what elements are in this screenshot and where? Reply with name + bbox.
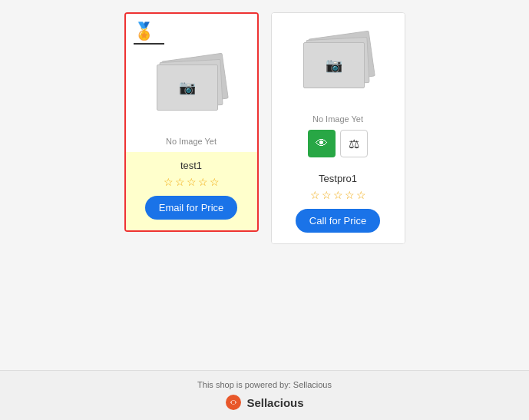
star-2: ☆ <box>322 189 332 201</box>
sellacious-logo-icon <box>225 394 242 411</box>
product-image-1: 📷 <box>141 51 241 127</box>
action-icons: 👁 ⚖ <box>308 130 368 157</box>
star-5: ☆ <box>210 176 220 188</box>
compare-button[interactable]: ⚖ <box>340 130 368 157</box>
photo-layer-3: 📷 <box>157 64 218 111</box>
star-5: ☆ <box>356 189 366 201</box>
card-top-1: 🏅 📷 No Image Yet <box>126 14 257 152</box>
product-name-2: Testpro1 <box>319 173 357 184</box>
star-3: ☆ <box>187 176 197 188</box>
photo-stack: 📷 <box>149 57 233 122</box>
no-image-label-2: No Image Yet <box>312 114 363 124</box>
star-3: ☆ <box>333 189 343 201</box>
badge-icon: 🏅 <box>134 21 154 41</box>
call-for-price-button[interactable]: Call for Price <box>296 209 380 233</box>
photo-layer-2-3: 📷 <box>303 42 365 88</box>
card-bottom-1: test1 ☆ ☆ ☆ ☆ ☆ Email for Price <box>126 152 257 230</box>
card-divider <box>134 43 164 45</box>
camera-icon: 📷 <box>179 79 196 96</box>
star-1: ☆ <box>164 176 174 188</box>
star-rating-2: ☆ ☆ ☆ ☆ ☆ <box>310 189 366 201</box>
product-image-2: 📷 <box>288 28 388 105</box>
product-name-1: test1 <box>180 160 202 171</box>
star-4: ☆ <box>198 176 208 188</box>
email-for-price-button[interactable]: Email for Price <box>145 196 238 220</box>
photo-stack-2: 📷 <box>296 35 380 100</box>
card-bottom-2: Testpro1 ☆ ☆ ☆ ☆ ☆ Call for Price <box>272 165 405 243</box>
product-card-2: 📷 No Image Yet 👁 ⚖ Testpro1 ☆ ☆ ☆ ☆ <box>271 12 405 244</box>
view-button[interactable]: 👁 <box>308 130 336 157</box>
product-card-1: 🏅 📷 No Image Yet test1 ☆ ☆ ☆ ☆ ☆ <box>124 12 259 232</box>
footer: This shop is powered by: Sellacious Sell… <box>0 370 529 420</box>
star-1: ☆ <box>310 189 320 201</box>
compare-icon: ⚖ <box>349 137 359 151</box>
star-4: ☆ <box>345 189 355 201</box>
product-grid: 🏅 📷 No Image Yet test1 ☆ ☆ ☆ ☆ ☆ <box>0 0 529 370</box>
sellacious-logo-text: Sellacious <box>246 396 303 409</box>
footer-logo: Sellacious <box>225 394 303 411</box>
camera-icon-2: 📷 <box>326 57 342 74</box>
star-2: ☆ <box>175 176 185 188</box>
no-image-label-1: No Image Yet <box>166 137 217 146</box>
star-rating-1: ☆ ☆ ☆ ☆ ☆ <box>164 176 220 188</box>
svg-point-1 <box>232 401 236 405</box>
card-top-2: 📷 No Image Yet 👁 ⚖ <box>272 13 405 165</box>
footer-powered-text: This shop is powered by: Sellacious <box>197 380 332 389</box>
eye-icon: 👁 <box>316 137 328 150</box>
